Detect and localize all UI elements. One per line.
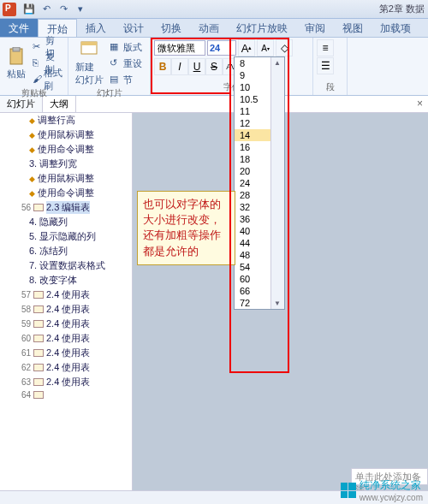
slide-icon — [33, 204, 44, 211]
outline-item[interactable]: 8. 改变字体 — [0, 273, 132, 288]
slide-icon — [33, 305, 44, 313]
numbering-button[interactable]: ☰ — [317, 57, 334, 74]
tab-slideshow[interactable]: 幻灯片放映 — [228, 19, 296, 37]
font-size-input[interactable] — [207, 40, 236, 56]
layout-button[interactable]: ▦版式 — [108, 39, 144, 55]
outline-item[interactable]: 582.4 使用表 — [0, 302, 132, 317]
outline-item[interactable]: 562.3 编辑表 — [0, 200, 132, 215]
reset-button[interactable]: ↺重设 — [108, 56, 144, 71]
bold-button[interactable]: B — [154, 58, 171, 75]
shrink-font-button[interactable]: A▾ — [257, 39, 274, 56]
clipboard-icon — [7, 47, 26, 66]
watermark-url: www.ycwjzy.com — [360, 493, 423, 502]
svg-rect-3 — [81, 42, 97, 45]
outline-item[interactable]: 622.4 使用表 — [0, 360, 132, 375]
outline-item[interactable]: 592.4 使用表 — [0, 317, 132, 331]
scissors-icon: ✂ — [33, 41, 44, 53]
outline-pane[interactable]: ◆调整行高◆使用鼠标调整◆使用命令调整3. 调整列宽◆使用鼠标调整◆使用命令调整… — [0, 113, 133, 504]
redo-icon[interactable]: ↷ — [56, 3, 70, 16]
outline-text: 2.4 使用表 — [46, 288, 90, 301]
window-title: 第2章 数据 — [87, 3, 428, 15]
new-slide-label: 新建 幻灯片 — [75, 61, 104, 86]
outline-item[interactable]: 612.4 使用表 — [0, 346, 132, 360]
slide-icon — [33, 349, 44, 357]
outline-item[interactable]: 572.4 使用表 — [0, 288, 132, 302]
outline-item[interactable]: ◆使用鼠标调整 — [0, 127, 132, 142]
dropdown-scrollbar[interactable] — [270, 57, 284, 309]
bullet-icon: ◆ — [29, 175, 35, 183]
watermark-icon — [341, 483, 356, 498]
slide-icon — [33, 291, 44, 299]
slide-icon — [33, 335, 44, 342]
outline-text: 2.3 编辑表 — [46, 201, 90, 214]
outline-text: 8. 改变字体 — [29, 274, 77, 287]
outline-item[interactable]: 6. 冻结列 — [0, 244, 132, 258]
new-slide-button[interactable]: 新建 幻灯片 — [72, 39, 106, 87]
outline-item[interactable]: ◆调整行高 — [0, 113, 132, 127]
outline-text: 调整行高 — [38, 114, 75, 127]
outline-text: 5. 显示隐藏的列 — [29, 230, 96, 243]
slide-number: 60 — [17, 334, 31, 343]
outline-item[interactable]: 632.4 使用表 — [0, 375, 132, 389]
bullet-icon: ◆ — [29, 116, 35, 125]
tab-design[interactable]: 设计 — [115, 19, 152, 37]
ribbon-tabs: 文件 开始 插入 设计 切换 动画 幻灯片放映 审阅 视图 加载项 — [0, 19, 428, 38]
bullets-button[interactable]: ≡ — [317, 39, 334, 56]
italic-button[interactable]: I — [171, 58, 188, 75]
bullet-icon: ◆ — [29, 131, 35, 139]
outline-text: 2.4 使用表 — [46, 361, 90, 374]
outline-item[interactable]: 3. 调整列宽 — [0, 157, 132, 171]
outline-item[interactable]: 64 — [0, 389, 132, 400]
outline-item[interactable]: ◆使用命令调整 — [0, 142, 132, 157]
qat-more-icon[interactable]: ▾ — [74, 3, 87, 16]
section-icon: ▤ — [110, 74, 122, 86]
section-button[interactable]: ▤节 — [108, 72, 144, 87]
outline-item[interactable]: 602.4 使用表 — [0, 331, 132, 346]
outline-text: 2.4 使用表 — [46, 317, 90, 330]
outline-text: 6. 冻结列 — [29, 245, 68, 258]
outline-item[interactable]: ◆使用鼠标调整 — [0, 171, 132, 186]
paste-button[interactable]: 粘贴 — [3, 39, 29, 87]
save-icon[interactable]: 💾 — [22, 3, 36, 16]
para-group-label: 段 — [317, 81, 343, 93]
tab-addins[interactable]: 加载项 — [372, 19, 419, 37]
strike-button[interactable]: S — [205, 58, 223, 75]
outline-item[interactable]: 4. 隐藏列 — [0, 215, 132, 229]
tab-transition[interactable]: 切换 — [152, 19, 190, 37]
outline-text: 2.4 使用表 — [46, 303, 90, 316]
tab-animation[interactable]: 动画 — [190, 19, 228, 37]
outline-text: 3. 调整列宽 — [29, 157, 77, 170]
annotation-callout: 也可以对字体的大小进行改变，还有加粗等操作都是允许的 — [137, 191, 235, 265]
slide-number: 57 — [17, 290, 31, 299]
layout-icon: ▦ — [110, 41, 122, 53]
tab-file[interactable]: 文件 — [0, 19, 38, 37]
outline-item[interactable]: ◆使用命令调整 — [0, 186, 132, 200]
copy-icon: ⎘ — [33, 57, 44, 69]
tab-insert[interactable]: 插入 — [77, 19, 115, 37]
pane-close-button[interactable]: × — [412, 96, 428, 112]
outline-text: 使用命令调整 — [38, 143, 94, 156]
tab-review[interactable]: 审阅 — [296, 19, 334, 37]
slide-icon — [33, 391, 44, 399]
clear-format-button[interactable]: ◇ — [276, 39, 293, 56]
font-group-label: 字体 — [154, 81, 309, 93]
slide-icon — [33, 364, 44, 371]
outline-text: 2.4 使用表 — [46, 376, 90, 388]
tab-view[interactable]: 视图 — [334, 19, 372, 37]
font-name-input[interactable] — [154, 40, 205, 56]
slide-number: 58 — [17, 305, 31, 314]
slide-number: 61 — [17, 348, 31, 358]
undo-icon[interactable]: ↶ — [39, 3, 53, 16]
slide-icon — [33, 378, 44, 386]
outline-text: 2.4 使用表 — [46, 347, 90, 359]
watermark-name: 纯净系统之家 — [360, 478, 423, 493]
grow-font-button[interactable]: A▴ — [238, 39, 255, 56]
format-painter-button[interactable]: 🖌格式刷 — [31, 72, 64, 87]
font-size-dropdown[interactable]: 891010.511121416182024283236404448546066… — [234, 56, 285, 310]
slide-number: 64 — [17, 390, 31, 400]
outline-item[interactable]: 7. 设置数据表格式 — [0, 258, 132, 273]
new-slide-icon — [80, 40, 98, 59]
outline-item[interactable]: 5. 显示隐藏的列 — [0, 229, 132, 244]
outline-text: 2.4 使用表 — [46, 332, 90, 345]
underline-button[interactable]: U — [188, 58, 205, 75]
